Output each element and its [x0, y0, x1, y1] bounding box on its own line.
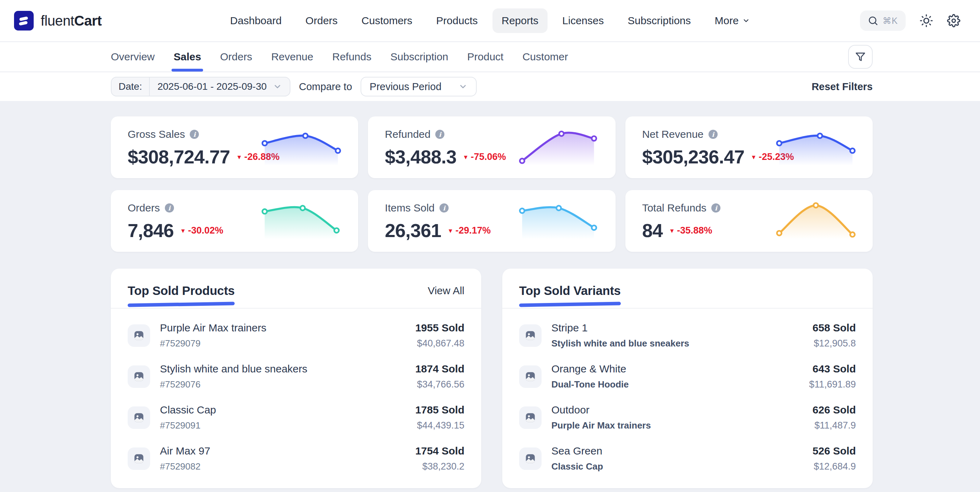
compare-to-label: Compare to [299, 81, 352, 92]
stat-change-badge: ▼-30.02% [180, 225, 223, 236]
variant-parent-product: Classic Cap [551, 461, 813, 472]
nav-item-customers[interactable]: Customers [353, 8, 422, 33]
info-icon[interactable]: i [708, 130, 718, 139]
view-all-link[interactable]: View All [428, 285, 465, 297]
stat-card-items-sold: Items Soldi 26,361▼-29.17% [368, 190, 615, 252]
sparkline-chart [260, 127, 343, 168]
stats-grid: Gross Salesi $308,724.77▼-26.88% Refunde… [111, 116, 873, 252]
nav-item-subscriptions[interactable]: Subscriptions [618, 8, 700, 33]
product-sku: #7529079 [160, 338, 415, 349]
product-name: Purple Air Max trainers [160, 322, 415, 334]
date-label: Date: [111, 78, 150, 96]
date-range-picker[interactable]: Date: 2025-06-01 - 2025-09-30 [111, 77, 290, 97]
product-row[interactable]: Stylish white and blue sneakers#7529076 … [128, 356, 465, 397]
nav-item-reports[interactable]: Reports [492, 8, 547, 33]
compare-period-select[interactable]: Previous Period [361, 77, 477, 97]
filter-button[interactable] [848, 45, 873, 69]
chevron-down-icon [742, 17, 750, 25]
product-sku: #7529076 [160, 379, 415, 390]
tab-orders[interactable]: Orders [220, 42, 252, 71]
panels-grid: Top Sold Products View All Purple Air Ma… [111, 268, 873, 488]
product-image-placeholder-icon [128, 365, 150, 388]
sold-amount: $12,905.8 [813, 338, 856, 349]
variant-parent-product: Dual-Tone Hoodie [551, 379, 809, 390]
info-icon[interactable]: i [165, 203, 174, 213]
variant-name: Sea Green [551, 445, 813, 457]
report-tabs-bar: Overview Sales Orders Revenue Refunds Su… [0, 42, 980, 72]
reset-filters-button[interactable]: Reset Filters [811, 81, 873, 92]
product-row[interactable]: Classic Cap#7529091 1785 Sold$44,439.15 [128, 397, 465, 438]
tab-product[interactable]: Product [467, 42, 503, 71]
stat-card-gross-sales: Gross Salesi $308,724.77▼-26.88% [111, 116, 358, 178]
sold-count: 1785 Sold [415, 404, 465, 416]
theme-toggle-button[interactable] [920, 14, 933, 27]
sold-count: 1955 Sold [415, 322, 465, 334]
nav-item-products[interactable]: Products [427, 8, 487, 33]
variant-name: Orange & White [551, 363, 809, 375]
nav-item-more[interactable]: More [706, 8, 759, 33]
arrow-down-icon: ▼ [751, 154, 757, 160]
sold-amount: $34,766.56 [415, 379, 465, 390]
sold-count: 1754 Sold [415, 445, 465, 457]
sold-amount: $11,691.89 [809, 379, 856, 390]
stat-change-badge: ▼-75.06% [463, 151, 506, 162]
funnel-icon [855, 51, 866, 62]
brand-wordmark: fluentCart [41, 13, 102, 29]
variant-name: Stripe 1 [551, 322, 813, 334]
nav-item-licenses[interactable]: Licenses [553, 8, 613, 33]
stat-value: 84 [642, 219, 663, 241]
panel-title: Top Sold Variants [519, 284, 621, 306]
stat-card-total-refunds: Total Refundsi 84▼-35.88% [625, 190, 873, 252]
tab-sales[interactable]: Sales [173, 42, 201, 71]
search-button[interactable]: ⌘K [860, 11, 906, 31]
sold-count: 1874 Sold [415, 363, 465, 375]
primary-nav: Dashboard Orders Customers Products Repo… [221, 8, 759, 33]
product-row[interactable]: Air Max 97#7529082 1754 Sold$38,230.2 [128, 438, 465, 479]
sold-count: 658 Sold [813, 322, 856, 334]
sold-amount: $40,867.48 [415, 338, 465, 349]
variant-image-placeholder-icon [519, 406, 542, 429]
top-sold-products-panel: Top Sold Products View All Purple Air Ma… [111, 268, 481, 488]
date-range-value: 2025-06-01 - 2025-09-30 [158, 81, 267, 92]
gear-icon [947, 14, 960, 27]
stat-change-badge: ▼-29.17% [447, 225, 491, 236]
nav-item-orders[interactable]: Orders [296, 8, 347, 33]
variant-row[interactable]: Sea GreenClassic Cap 526 Sold$12,684.9 [519, 438, 856, 479]
product-name: Classic Cap [160, 404, 415, 416]
stat-card-orders: Ordersi 7,846▼-30.02% [111, 190, 358, 252]
arrow-down-icon: ▼ [463, 154, 469, 160]
product-row[interactable]: Purple Air Max trainers#7529079 1955 Sol… [128, 315, 465, 356]
variant-row[interactable]: OutdoorPurple Air Max trainers 626 Sold$… [519, 397, 856, 438]
app-header: fluentCart Dashboard Orders Customers Pr… [0, 0, 980, 42]
reports-page: fluentCart Dashboard Orders Customers Pr… [0, 0, 980, 492]
info-icon[interactable]: i [435, 130, 444, 139]
sparkline-chart [775, 127, 857, 168]
variant-image-placeholder-icon [519, 365, 542, 388]
settings-button[interactable] [947, 14, 960, 27]
sold-count: 526 Sold [813, 445, 856, 457]
product-name: Air Max 97 [160, 445, 415, 457]
info-icon[interactable]: i [711, 203, 721, 213]
variant-parent-product: Purple Air Max trainers [551, 420, 813, 431]
compare-period-value: Previous Period [370, 81, 442, 92]
variant-name: Outdoor [551, 404, 813, 416]
stat-label: Total Refunds [642, 202, 706, 214]
stat-label: Orders [128, 202, 160, 214]
tab-refunds[interactable]: Refunds [332, 42, 371, 71]
stat-label: Net Revenue [642, 129, 703, 140]
variant-image-placeholder-icon [519, 324, 542, 347]
tab-overview[interactable]: Overview [111, 42, 155, 71]
variant-row[interactable]: Orange & WhiteDual-Tone Hoodie 643 Sold$… [519, 356, 856, 397]
tab-subscription[interactable]: Subscription [390, 42, 448, 71]
info-icon[interactable]: i [439, 203, 449, 213]
info-icon[interactable]: i [190, 130, 199, 139]
nav-item-dashboard[interactable]: Dashboard [221, 8, 291, 33]
stat-value: $308,724.77 [128, 146, 230, 168]
sold-amount: $12,684.9 [813, 461, 856, 472]
variant-row[interactable]: Stripe 1Stylish white and blue sneakers … [519, 315, 856, 356]
sun-icon [920, 14, 933, 27]
tab-customer[interactable]: Customer [522, 42, 568, 71]
arrow-down-icon: ▼ [180, 227, 186, 234]
tab-revenue[interactable]: Revenue [271, 42, 313, 71]
brand-logo[interactable]: fluentCart [14, 11, 102, 30]
